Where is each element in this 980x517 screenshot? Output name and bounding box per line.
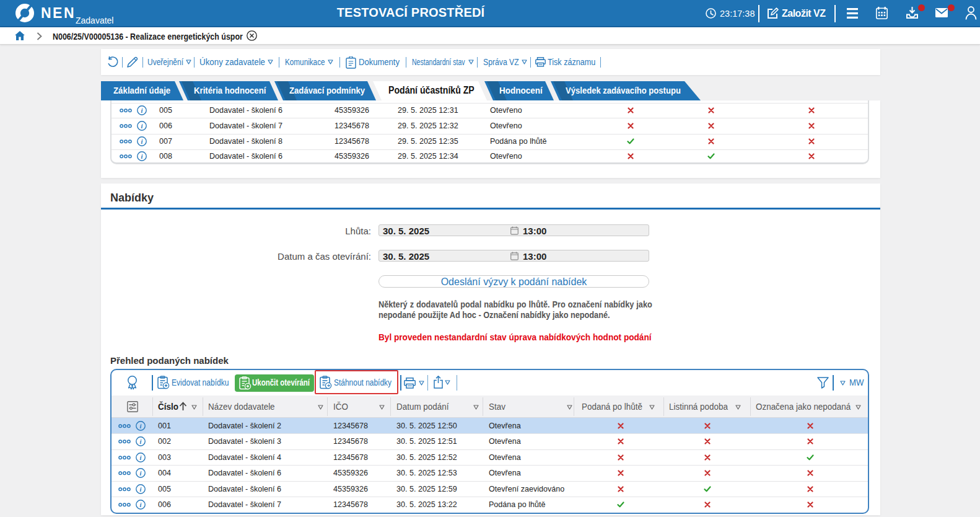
svg-text:i: i bbox=[140, 486, 142, 493]
svg-text:i: i bbox=[141, 107, 143, 114]
svg-text:i: i bbox=[140, 423, 142, 430]
svg-text:i: i bbox=[140, 454, 142, 461]
svg-text:i: i bbox=[140, 438, 142, 445]
svg-text:i: i bbox=[141, 138, 143, 145]
svg-text:i: i bbox=[140, 502, 142, 508]
svg-text:i: i bbox=[141, 153, 143, 160]
svg-text:i: i bbox=[140, 470, 142, 477]
svg-text:i: i bbox=[141, 123, 143, 130]
